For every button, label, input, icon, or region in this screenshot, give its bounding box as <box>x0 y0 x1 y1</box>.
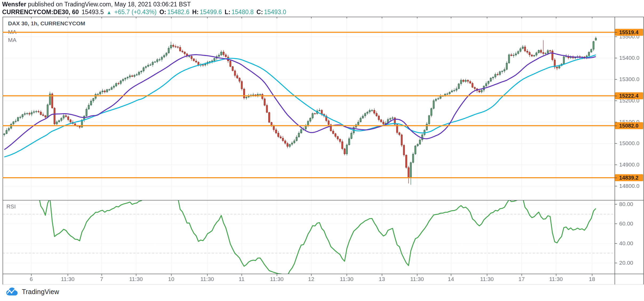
tradingview-brand-text: TradingView <box>22 288 59 296</box>
tradingview-cloud-logo-icon <box>6 287 18 296</box>
tradingview-brand-link[interactable]: TradingView <box>6 287 59 296</box>
footer: TradingView <box>0 284 644 301</box>
last-price: 15493.5 <box>82 9 104 15</box>
low-label: L: <box>225 9 231 15</box>
publication-info: published on TradingView.com, May 18, 20… <box>28 1 191 8</box>
low-value: 15480.8 <box>231 9 254 15</box>
symbol-name: CURRENCYCOM:DE30, 60 <box>2 9 79 15</box>
tradingview-published-chart: DAX 30, 1h, CURRENCYCOM MA MA RSI Wensfe… <box>0 0 644 301</box>
close-label: C: <box>257 9 263 15</box>
open-value: 15482.6 <box>167 9 189 15</box>
open-label: O: <box>159 9 166 15</box>
price-change: +65.7 (+0.43%) <box>114 9 157 15</box>
close-value: 15493.0 <box>264 9 286 15</box>
symbol-status-line: CURRENCYCOM:DE30, 60 15493.5 ▲ +65.7 (+0… <box>2 8 287 16</box>
publication-line: Wensfer published on TradingView.com, Ma… <box>2 1 287 8</box>
up-triangle-icon: ▲ <box>106 10 111 15</box>
publication-header: Wensfer published on TradingView.com, Ma… <box>2 1 287 16</box>
high-value: 15499.6 <box>200 9 222 15</box>
high-label: H: <box>192 9 199 15</box>
author-name: Wensfer <box>2 1 26 8</box>
price-chart-canvas[interactable] <box>0 0 644 301</box>
